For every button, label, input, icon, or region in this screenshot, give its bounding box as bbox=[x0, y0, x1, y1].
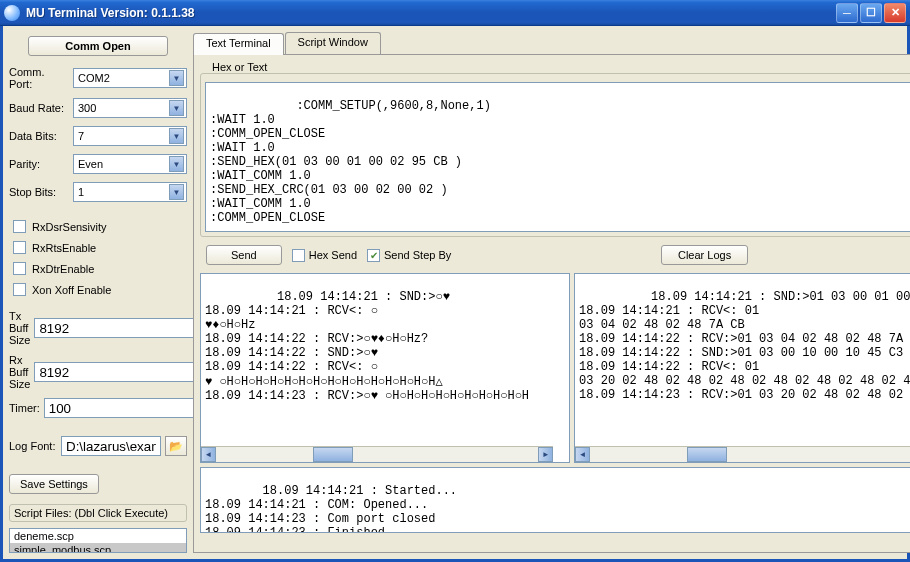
list-item[interactable]: simple_modbus.scp bbox=[10, 543, 186, 553]
minimize-button[interactable]: ─ bbox=[836, 3, 858, 23]
folder-icon: 📂 bbox=[169, 440, 183, 453]
chevron-down-icon: ▼ bbox=[169, 156, 184, 172]
rxdtr-label: RxDtrEnable bbox=[32, 263, 94, 275]
tab-script-window[interactable]: Script Window bbox=[285, 32, 381, 54]
window-title: MU Terminal Version: 0.1.1.38 bbox=[26, 6, 836, 20]
hex-text-area[interactable]: :COMM_SETUP(,9600,8,None,1) :WAIT 1.0 :C… bbox=[205, 82, 910, 232]
stop-bits-select[interactable]: 1 ▼ bbox=[73, 182, 187, 202]
save-settings-button[interactable]: Save Settings bbox=[9, 474, 99, 494]
send-button[interactable]: Send bbox=[206, 245, 282, 265]
baud-rate-label: Baud Rate: bbox=[9, 102, 69, 114]
horizontal-scrollbar[interactable]: ◄ ► bbox=[201, 446, 553, 462]
close-button[interactable]: ✕ bbox=[884, 3, 906, 23]
comm-port-label: Comm. Port: bbox=[9, 66, 69, 90]
send-step-label: Send Step By bbox=[384, 249, 451, 261]
data-bits-label: Data Bits: bbox=[9, 130, 69, 142]
chevron-down-icon: ▼ bbox=[169, 184, 184, 200]
rxdsr-checkbox[interactable] bbox=[13, 220, 26, 233]
logfont-input[interactable] bbox=[61, 436, 161, 456]
hex-or-text-label: Hex or Text bbox=[208, 61, 271, 73]
maximize-button[interactable]: ☐ bbox=[860, 3, 882, 23]
baud-rate-select[interactable]: 300 ▼ bbox=[73, 98, 187, 118]
scroll-right-icon[interactable]: ► bbox=[538, 447, 553, 462]
rxrts-label: RxRtsEnable bbox=[32, 242, 96, 254]
clear-logs-button[interactable]: Clear Logs bbox=[661, 245, 748, 265]
scroll-left-icon[interactable]: ◄ bbox=[575, 447, 590, 462]
chevron-down-icon: ▼ bbox=[169, 100, 184, 116]
tab-text-terminal[interactable]: Text Terminal bbox=[193, 33, 284, 55]
chevron-down-icon: ▼ bbox=[169, 70, 184, 86]
horizontal-scrollbar[interactable]: ◄ ► bbox=[575, 446, 910, 462]
logfont-label: Log Font: bbox=[9, 440, 57, 452]
scroll-left-icon[interactable]: ◄ bbox=[201, 447, 216, 462]
script-files-header: Script Files: (Dbl Click Execute) bbox=[9, 504, 187, 522]
rxdsr-label: RxDsrSensivity bbox=[32, 221, 107, 233]
chevron-down-icon: ▼ bbox=[169, 128, 184, 144]
rxbuff-label: Rx Buff Size bbox=[9, 354, 30, 390]
app-icon bbox=[4, 5, 20, 21]
log-right-pane[interactable]: 18.09 14:14:21 : SND:>01 03 00 01 00 02 … bbox=[574, 273, 910, 463]
stop-bits-label: Stop Bits: bbox=[9, 186, 69, 198]
folder-open-button[interactable]: 📂 bbox=[165, 436, 187, 456]
log-left-pane[interactable]: 18.09 14:14:21 : SND:>○♥ 18.09 14:14:21 … bbox=[200, 273, 570, 463]
data-bits-select[interactable]: 7 ▼ bbox=[73, 126, 187, 146]
timer-label: Timer: bbox=[9, 402, 40, 414]
rxrts-checkbox[interactable] bbox=[13, 241, 26, 254]
xonxoff-checkbox[interactable] bbox=[13, 283, 26, 296]
txbuff-label: Tx Buff Size bbox=[9, 310, 30, 346]
comm-port-select[interactable]: COM2 ▼ bbox=[73, 68, 187, 88]
xonxoff-label: Xon Xoff Enable bbox=[32, 284, 111, 296]
hex-send-label: Hex Send bbox=[309, 249, 357, 261]
send-step-checkbox[interactable] bbox=[367, 249, 380, 262]
titlebar[interactable]: MU Terminal Version: 0.1.1.38 ─ ☐ ✕ bbox=[0, 0, 910, 26]
parity-select[interactable]: Even ▼ bbox=[73, 154, 187, 174]
hex-send-checkbox[interactable] bbox=[292, 249, 305, 262]
settings-panel: Comm Open Comm. Port: COM2 ▼ Baud Rate: … bbox=[9, 32, 187, 553]
parity-label: Parity: bbox=[9, 158, 69, 170]
list-item[interactable]: deneme.scp bbox=[10, 529, 186, 543]
comm-open-button[interactable]: Comm Open bbox=[28, 36, 168, 56]
script-files-list[interactable]: deneme.scp simple_modbus.scp test.scp bbox=[9, 528, 187, 553]
rxbuff-input[interactable] bbox=[34, 362, 213, 382]
txbuff-input[interactable] bbox=[34, 318, 213, 338]
status-pane[interactable]: 18.09 14:14:21 : Started... 18.09 14:14:… bbox=[200, 467, 910, 533]
rxdtr-checkbox[interactable] bbox=[13, 262, 26, 275]
